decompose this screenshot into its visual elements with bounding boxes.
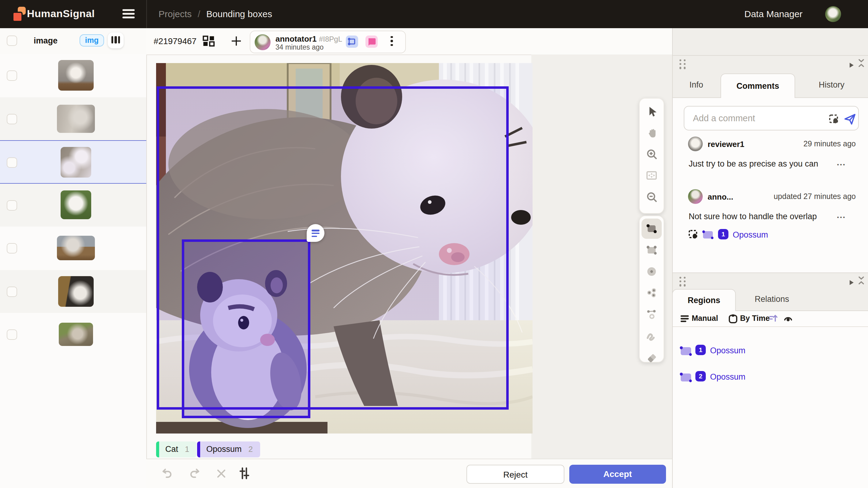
task-row-7[interactable] [0, 313, 146, 356]
pan-tool-button[interactable] [642, 122, 662, 143]
region-list-item[interactable]: 1 Opossum [673, 342, 868, 360]
image-type-badge[interactable]: img [80, 34, 104, 47]
comment-more-button[interactable]: ... [837, 210, 846, 219]
grid-view-icon[interactable] [203, 35, 215, 49]
bottom-action-bar: Reject Accept [146, 459, 672, 488]
comment-region-label[interactable]: Opossum [733, 230, 768, 239]
visibility-eye-icon[interactable] [783, 313, 793, 326]
label-studio-app: HumanSignal Projects / Bounding boxes Da… [0, 0, 868, 488]
task-thumbnail[interactable] [58, 276, 94, 306]
rectangle-3point-tool-button[interactable] [642, 240, 662, 260]
region-comment-bubble-icon[interactable] [307, 224, 324, 242]
task-row-1[interactable] [0, 54, 146, 97]
comment-time: updated 27 minutes ago [768, 192, 856, 201]
task-checkbox[interactable] [7, 243, 17, 253]
panel-drag-handle[interactable] [679, 59, 686, 69]
attach-region-icon[interactable] [828, 112, 840, 127]
task-row-5[interactable] [0, 226, 146, 270]
tab-comments-active[interactable]: Comments [720, 73, 795, 98]
comments-content: Add a comment reviewer1 29 minutes ago J… [673, 98, 868, 272]
regions-drag-handle[interactable] [679, 277, 686, 286]
region-label[interactable]: Opossum [710, 372, 746, 382]
sort-order-icon[interactable] [768, 313, 778, 326]
comment-indicator-icon[interactable] [366, 35, 378, 48]
label-chip-cat[interactable]: Cat 1 [156, 441, 197, 457]
keypoints-tool-button[interactable] [642, 282, 662, 303]
panel-expand-icon[interactable] [848, 60, 855, 71]
reject-button[interactable]: Reject [466, 464, 564, 483]
task-thumbnail[interactable] [59, 323, 93, 346]
accept-button[interactable]: Accept [569, 464, 666, 483]
manual-sort-label[interactable]: Manual [692, 314, 718, 323]
ellipse-tool-button[interactable] [642, 261, 662, 281]
label-chip-opossum[interactable]: Opossum 2 [197, 441, 260, 457]
task-row-4[interactable] [0, 183, 146, 226]
by-time-icon[interactable] [728, 313, 738, 326]
region-label[interactable]: Opossum [710, 346, 746, 355]
label-hotkey: 1 [185, 445, 189, 454]
comment-more-button[interactable]: ... [837, 157, 846, 167]
task-row-6[interactable] [0, 270, 146, 313]
brand-logo-icon-2 [12, 12, 23, 22]
relation-tool-button[interactable] [642, 304, 662, 324]
bounding-box-opossum-2[interactable] [182, 239, 310, 418]
regions-expand-icon[interactable] [848, 277, 855, 288]
task-checkbox[interactable] [7, 329, 17, 340]
prediction-region-icon[interactable] [346, 35, 358, 48]
kebab-menu-icon[interactable] [389, 36, 395, 46]
zoom-out-button[interactable] [642, 187, 662, 207]
brush-tool-button[interactable] [642, 326, 662, 346]
zoom-in-button[interactable] [642, 144, 662, 164]
task-list-sidebar: image img [0, 28, 147, 488]
task-checkbox[interactable] [7, 70, 17, 81]
tab-relations[interactable]: Relations [736, 295, 808, 304]
task-row-3-selected[interactable] [0, 140, 146, 183]
undo-icon[interactable] [160, 467, 173, 483]
by-time-label[interactable]: By Time [740, 314, 770, 323]
label-name: Cat [165, 445, 178, 454]
annotator-code: #I8PgL [319, 35, 342, 43]
annotator-card[interactable]: annotator1 #I8PgL 34 minutes ago [250, 31, 406, 53]
redo-icon[interactable] [189, 467, 202, 483]
task-checkbox[interactable] [7, 157, 17, 168]
region-list-item[interactable]: 2 Opossum [673, 368, 868, 386]
task-list-header: image img [0, 28, 146, 55]
tab-regions-active[interactable]: Regions [672, 289, 736, 311]
task-thumbnail[interactable] [57, 104, 95, 132]
columns-icon[interactable] [108, 32, 124, 49]
comment-input[interactable]: Add a comment [684, 105, 859, 130]
task-thumbnail[interactable] [57, 236, 95, 260]
task-thumbnail[interactable] [61, 190, 91, 219]
task-thumbnail[interactable] [58, 60, 94, 91]
comment-region-dashed-icon [687, 228, 699, 242]
settings-sliders-icon[interactable] [238, 466, 251, 483]
task-row-2[interactable] [0, 97, 146, 140]
fit-to-screen-button[interactable] [642, 165, 662, 185]
task-thumbnail[interactable] [61, 147, 91, 178]
task-checkbox[interactable] [7, 114, 17, 124]
annotator-avatar [255, 34, 271, 50]
panel-collapse-icon[interactable] [858, 58, 865, 70]
add-annotation-icon[interactable] [231, 35, 242, 49]
region-rect-icon [679, 372, 692, 385]
manual-sort-icon[interactable] [680, 314, 689, 326]
tab-info[interactable]: Info [672, 80, 720, 89]
hamburger-menu-icon[interactable] [122, 9, 135, 19]
task-checkbox[interactable] [7, 286, 17, 297]
comment-author: anno... [708, 192, 733, 201]
region-number: 1 [695, 345, 706, 355]
eraser-tool-button[interactable] [642, 347, 662, 367]
tab-history[interactable]: History [795, 80, 868, 89]
breadcrumb-projects[interactable]: Projects [159, 8, 192, 19]
reset-icon[interactable] [216, 468, 226, 481]
region-number: 2 [695, 371, 706, 382]
task-checkbox[interactable] [7, 200, 17, 210]
regions-collapse-icon[interactable] [858, 276, 865, 288]
task-id: #21979467 [154, 36, 196, 46]
data-manager-link[interactable]: Data Manager [744, 8, 803, 19]
select-all-checkbox[interactable] [7, 35, 17, 46]
send-comment-icon[interactable] [843, 112, 856, 128]
rectangle-tool-button-selected[interactable] [642, 218, 662, 239]
user-avatar[interactable] [825, 6, 841, 22]
select-tool-button[interactable] [642, 101, 662, 121]
